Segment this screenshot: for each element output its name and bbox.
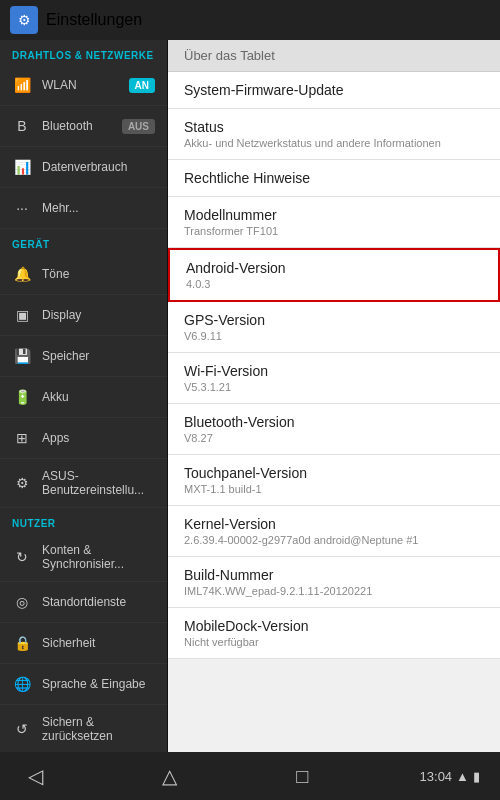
content-item-title: Touchpanel-Version	[184, 465, 484, 481]
sidebar-item-label: Standortdienste	[42, 595, 155, 609]
sidebar-item-sicherheit[interactable]: 🔒Sicherheit	[0, 623, 167, 664]
sidebar-item-akku[interactable]: 🔋Akku	[0, 377, 167, 418]
sidebar-item-label: WLAN	[42, 78, 119, 92]
content-item-subtitle: Transformer TF101	[184, 225, 484, 237]
content-item-title: Bluetooth-Version	[184, 414, 484, 430]
content-item-android: Android-Version4.0.3	[168, 248, 500, 302]
content-item-subtitle: V6.9.11	[184, 330, 484, 342]
title-bar: ⚙ Einstellungen	[0, 0, 500, 40]
wifi-status-icon: ▲	[456, 769, 469, 784]
sidebar-item-datenverbrauch[interactable]: 📊Datenverbrauch	[0, 147, 167, 188]
sidebar-item-label: Display	[42, 308, 155, 322]
bottom-nav: ◁ △ □ 13:04 ▲ ▮	[0, 752, 500, 800]
sidebar-item-label: Sicherheit	[42, 636, 155, 650]
toggle-bluetooth[interactable]: AUS	[122, 119, 155, 134]
content-item-kernel: Kernel-Version2.6.39.4-00002-g2977a0d an…	[168, 506, 500, 557]
content-item-mobiledock: MobileDock-VersionNicht verfügbar	[168, 608, 500, 659]
sidebar-item-wlan[interactable]: 📶WLANAN	[0, 65, 167, 106]
sidebar-item-sprache[interactable]: 🌐Sprache & Eingabe	[0, 664, 167, 705]
content-item-title: Status	[184, 119, 484, 135]
backup-icon: ↺	[12, 719, 32, 739]
content-header: Über das Tablet	[168, 40, 500, 72]
content-item-subtitle: 2.6.39.4-00002-g2977a0d android@Neptune …	[184, 534, 484, 546]
sidebar-item-label: Konten & Synchronisier...	[42, 543, 155, 571]
status-bar-right: 13:04 ▲ ▮	[420, 769, 480, 784]
content-panel: Über das Tablet System-Firmware-UpdateSt…	[168, 40, 500, 752]
content-item-status[interactable]: StatusAkku- und Netzwerkstatus und ander…	[168, 109, 500, 160]
content-item-subtitle: V8.27	[184, 432, 484, 444]
display-icon: ▣	[12, 305, 32, 325]
tone-icon: 🔔	[12, 264, 32, 284]
data-icon: 📊	[12, 157, 32, 177]
content-item-title: System-Firmware-Update	[184, 82, 484, 98]
location-icon: ◎	[12, 592, 32, 612]
sidebar-item-standort[interactable]: ◎Standortdienste	[0, 582, 167, 623]
sidebar-item-speicher[interactable]: 💾Speicher	[0, 336, 167, 377]
wifi-icon: 📶	[12, 75, 32, 95]
content-item-title: GPS-Version	[184, 312, 484, 328]
content-item-title: Modellnummer	[184, 207, 484, 223]
app-icon: ⚙	[10, 6, 38, 34]
content-item-rechtlich[interactable]: Rechtliche Hinweise	[168, 160, 500, 197]
sidebar-item-label: Bluetooth	[42, 119, 112, 133]
content-item-title: Build-Nummer	[184, 567, 484, 583]
content-item-wifi: Wi-Fi-VersionV5.3.1.21	[168, 353, 500, 404]
sidebar-item-label: Apps	[42, 431, 155, 445]
content-item-build: Build-NummerIML74K.WW_epad-9.2.1.11-2012…	[168, 557, 500, 608]
sidebar-item-toene[interactable]: 🔔Töne	[0, 254, 167, 295]
lock-icon: 🔒	[12, 633, 32, 653]
storage-icon: 💾	[12, 346, 32, 366]
content-item-title: Android-Version	[186, 260, 482, 276]
content-item-subtitle: IML74K.WW_epad-9.2.1.11-20120221	[184, 585, 484, 597]
home-button[interactable]: △	[154, 756, 185, 796]
sidebar-item-label: Mehr...	[42, 201, 155, 215]
bt-icon: B	[12, 116, 32, 136]
sidebar-item-konten[interactable]: ↻Konten & Synchronisier...	[0, 533, 167, 582]
recent-button[interactable]: □	[288, 757, 316, 796]
sidebar-section-header: NUTZER	[0, 508, 167, 533]
content-item-modell: ModellnummerTransformer TF101	[168, 197, 500, 248]
content-item-subtitle: V5.3.1.21	[184, 381, 484, 393]
content-item-subtitle: Akku- und Netzwerkstatus und andere Info…	[184, 137, 484, 149]
sidebar-section-header: GERÄT	[0, 229, 167, 254]
sidebar-item-apps[interactable]: ⊞Apps	[0, 418, 167, 459]
sidebar-item-display[interactable]: ▣Display	[0, 295, 167, 336]
sidebar: DRAHTLOS & NETZWERKE📶WLANANBBluetoothAUS…	[0, 40, 168, 752]
main-layout: DRAHTLOS & NETZWERKE📶WLANANBBluetoothAUS…	[0, 40, 500, 752]
content-item-title: MobileDock-Version	[184, 618, 484, 634]
sidebar-item-label: Speicher	[42, 349, 155, 363]
back-button[interactable]: ◁	[20, 756, 51, 796]
sidebar-item-asus[interactable]: ⚙ASUS-Benutzereinstellu...	[0, 459, 167, 508]
gear-icon: ⚙	[12, 473, 32, 493]
time-display: 13:04	[420, 769, 453, 784]
language-icon: 🌐	[12, 674, 32, 694]
sidebar-item-label: Töne	[42, 267, 155, 281]
battery-icon: 🔋	[12, 387, 32, 407]
toggle-wlan[interactable]: AN	[129, 78, 155, 93]
sidebar-item-sichern[interactable]: ↺Sichern & zurücksetzen	[0, 705, 167, 752]
apps-icon: ⊞	[12, 428, 32, 448]
content-item-subtitle: 4.0.3	[186, 278, 482, 290]
sidebar-section-header: DRAHTLOS & NETZWERKE	[0, 40, 167, 65]
title-bar-text: Einstellungen	[46, 11, 142, 29]
more-icon: ···	[12, 198, 32, 218]
content-item-bluetooth: Bluetooth-VersionV8.27	[168, 404, 500, 455]
sync-icon: ↻	[12, 547, 32, 567]
content-item-title: Kernel-Version	[184, 516, 484, 532]
sidebar-item-mehr[interactable]: ···Mehr...	[0, 188, 167, 229]
sidebar-item-label: Sichern & zurücksetzen	[42, 715, 155, 743]
content-item-firmware[interactable]: System-Firmware-Update	[168, 72, 500, 109]
content-item-title: Rechtliche Hinweise	[184, 170, 484, 186]
content-item-touchpanel: Touchpanel-VersionMXT-1.1 build-1	[168, 455, 500, 506]
sidebar-item-label: Sprache & Eingabe	[42, 677, 155, 691]
sidebar-item-label: ASUS-Benutzereinstellu...	[42, 469, 155, 497]
sidebar-item-label: Datenverbrauch	[42, 160, 155, 174]
content-item-subtitle: Nicht verfügbar	[184, 636, 484, 648]
content-item-subtitle: MXT-1.1 build-1	[184, 483, 484, 495]
content-item-title: Wi-Fi-Version	[184, 363, 484, 379]
sidebar-item-label: Akku	[42, 390, 155, 404]
content-item-gps: GPS-VersionV6.9.11	[168, 302, 500, 353]
sidebar-item-bluetooth[interactable]: BBluetoothAUS	[0, 106, 167, 147]
battery-status-icon: ▮	[473, 769, 480, 784]
